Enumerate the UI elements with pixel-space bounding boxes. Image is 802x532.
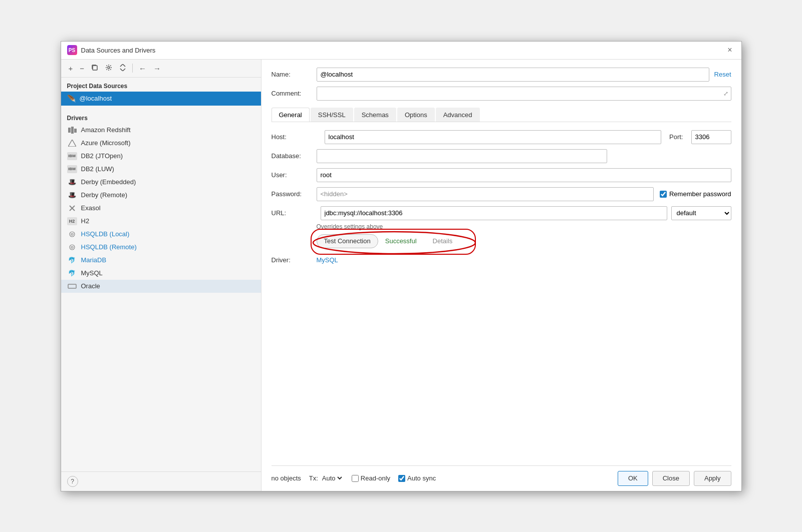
svg-point-1 bbox=[108, 67, 110, 69]
remember-password-label[interactable]: Remember password bbox=[660, 190, 731, 198]
bottom-left-controls: no objects Tx: Auto Read-only Auto sync bbox=[272, 474, 436, 482]
exasol-icon bbox=[67, 204, 77, 212]
project-section-header: Project Data Sources bbox=[61, 78, 261, 92]
apply-button[interactable]: Apply bbox=[694, 471, 731, 486]
close-button[interactable]: Close bbox=[652, 471, 690, 486]
tx-select[interactable]: Auto bbox=[320, 474, 344, 482]
tab-ssh-ssl[interactable]: SSH/SSL bbox=[311, 108, 353, 122]
password-input[interactable] bbox=[317, 187, 654, 201]
back-button[interactable]: ← bbox=[136, 63, 149, 74]
driver-item-hsqldb-local[interactable]: HSQLDB (Local) bbox=[61, 228, 261, 241]
datasource-item-localhost[interactable]: 🪶 @localhost bbox=[61, 92, 261, 106]
autosync-checkbox[interactable] bbox=[398, 475, 405, 482]
tab-options[interactable]: Options bbox=[397, 108, 435, 122]
driver-item-hsqldb-remote[interactable]: HSQLDB (Remote) bbox=[61, 241, 261, 254]
amazon-redshift-icon bbox=[67, 126, 77, 134]
driver-label: DB2 (LUW) bbox=[81, 165, 114, 173]
window-title: Data Sources and Drivers bbox=[81, 47, 156, 54]
driver-item-azure[interactable]: Azure (Microsoft) bbox=[61, 137, 261, 150]
tab-general[interactable]: General bbox=[272, 108, 310, 122]
bottom-bar: no objects Tx: Auto Read-only Auto sync bbox=[272, 465, 731, 491]
readonly-text: Read-only bbox=[361, 474, 390, 482]
driver-item-derby-embedded[interactable]: 🎩 Derby (Embedded) bbox=[61, 176, 261, 189]
svg-point-8 bbox=[70, 232, 75, 237]
user-input[interactable] bbox=[317, 168, 731, 182]
comment-label: Comment: bbox=[272, 90, 317, 97]
password-label: Password: bbox=[272, 190, 317, 198]
test-connection-button[interactable]: Test Connection bbox=[317, 234, 378, 248]
db2-luw-icon: IBM bbox=[67, 165, 77, 173]
comment-row: Comment: ⤢ bbox=[272, 87, 731, 101]
autosync-text: Auto sync bbox=[407, 474, 436, 482]
title-bar: PS Data Sources and Drivers × bbox=[61, 42, 741, 60]
app-icon: PS bbox=[67, 45, 77, 55]
name-input[interactable] bbox=[317, 68, 709, 82]
host-label: Host: bbox=[272, 133, 317, 141]
url-row: URL: default bbox=[272, 206, 731, 220]
reset-button[interactable]: Reset bbox=[714, 71, 731, 78]
port-label: Port: bbox=[669, 133, 683, 141]
ok-button[interactable]: OK bbox=[618, 471, 648, 486]
driver-item-oracle[interactable]: Oracle bbox=[61, 280, 261, 293]
database-input[interactable] bbox=[317, 149, 607, 163]
close-window-button[interactable]: × bbox=[724, 45, 735, 56]
url-input[interactable] bbox=[321, 206, 667, 220]
readonly-checkbox[interactable] bbox=[352, 475, 359, 482]
details-link[interactable]: Details bbox=[433, 237, 453, 245]
db2-jtopen-icon: IBM bbox=[67, 152, 77, 160]
driver-item-amazon-redshift[interactable]: Amazon Redshift bbox=[61, 124, 261, 137]
driver-label: MariaDB bbox=[81, 256, 107, 264]
help-button[interactable]: ? bbox=[67, 476, 78, 487]
svg-rect-12 bbox=[68, 284, 76, 288]
copy-button[interactable] bbox=[89, 63, 101, 74]
svg-point-9 bbox=[71, 233, 73, 235]
test-connection-row: Test Connection Successful Details bbox=[317, 234, 731, 248]
remember-password-checkbox[interactable] bbox=[660, 191, 667, 198]
comment-wrapper: ⤢ bbox=[317, 87, 731, 101]
driver-label: HSQLDB (Remote) bbox=[81, 243, 137, 251]
add-button[interactable]: + bbox=[66, 63, 76, 74]
azure-icon bbox=[67, 139, 77, 147]
move-button[interactable] bbox=[117, 63, 129, 74]
forward-button[interactable]: → bbox=[151, 63, 163, 74]
driver-row: Driver: MySQL bbox=[272, 256, 731, 264]
overrides-text: Overrides settings above bbox=[317, 223, 731, 230]
driver-item-db2-jtopen[interactable]: IBM DB2 (JTOpen) bbox=[61, 150, 261, 163]
hsqldb-local-icon bbox=[67, 230, 77, 238]
driver-item-h2[interactable]: H2 H2 bbox=[61, 215, 261, 228]
comment-input[interactable] bbox=[317, 87, 731, 101]
toolbar: + − bbox=[61, 60, 261, 78]
host-row: Host: Port: bbox=[272, 130, 731, 144]
svg-point-11 bbox=[71, 246, 73, 248]
drivers-section: Drivers Amazon Redshift bbox=[61, 106, 261, 293]
mysql-icon: 🐬 bbox=[67, 269, 77, 277]
h2-icon: H2 bbox=[67, 217, 77, 225]
driver-item-exasol[interactable]: Exasol bbox=[61, 202, 261, 215]
general-tab-content: Host: Port: Database: User: Pass bbox=[272, 130, 731, 465]
dialog: PS Data Sources and Drivers × + − bbox=[61, 41, 742, 491]
driver-link[interactable]: MySQL bbox=[317, 256, 338, 264]
port-input[interactable] bbox=[691, 130, 731, 144]
remove-button[interactable]: − bbox=[77, 63, 87, 74]
url-label: URL: bbox=[272, 209, 317, 217]
url-type-select[interactable]: default bbox=[671, 206, 731, 220]
driver-item-mariadb[interactable]: 🐬 MariaDB bbox=[61, 254, 261, 267]
title-bar-left: PS Data Sources and Drivers bbox=[67, 45, 156, 55]
driver-item-mysql[interactable]: 🐬 MySQL bbox=[61, 267, 261, 280]
tx-label: Tx: bbox=[309, 474, 318, 482]
datasource-label: @localhost bbox=[80, 95, 112, 102]
autosync-label[interactable]: Auto sync bbox=[398, 474, 436, 482]
driver-item-db2-luw[interactable]: IBM DB2 (LUW) bbox=[61, 163, 261, 176]
user-row: User: bbox=[272, 168, 731, 182]
settings-button[interactable] bbox=[103, 63, 115, 74]
host-input[interactable] bbox=[325, 130, 662, 144]
tab-schemas[interactable]: Schemas bbox=[354, 108, 396, 122]
oracle-icon bbox=[67, 282, 77, 290]
svg-rect-0 bbox=[93, 66, 97, 70]
tab-advanced[interactable]: Advanced bbox=[436, 108, 480, 122]
driver-item-derby-remote[interactable]: 🎩 Derby (Remote) bbox=[61, 189, 261, 202]
expand-icon[interactable]: ⤢ bbox=[723, 90, 728, 97]
readonly-label[interactable]: Read-only bbox=[352, 474, 390, 482]
bottom-right-buttons: OK Close Apply bbox=[618, 471, 731, 486]
svg-point-10 bbox=[70, 245, 75, 250]
